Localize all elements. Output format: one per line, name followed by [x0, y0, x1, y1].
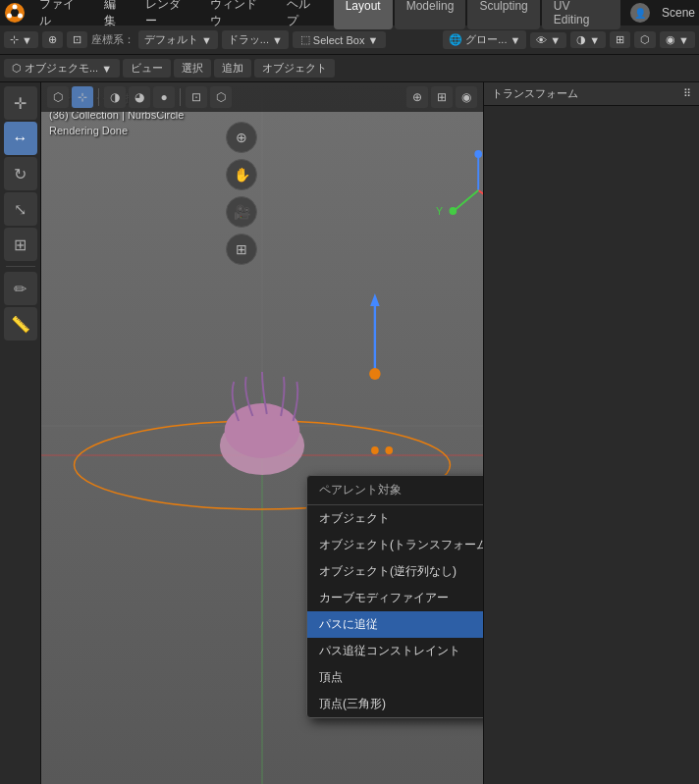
- cursor-tool-btn[interactable]: ✛: [4, 86, 37, 120]
- ctx-item-object-transform[interactable]: オブジェクト(トランスフォーム維持): [307, 532, 483, 558]
- viewport-prop-btn[interactable]: ◉: [456, 86, 477, 108]
- measure-tool-btn[interactable]: 📏: [4, 307, 37, 340]
- viewport-type-btn[interactable]: ⬡: [47, 86, 69, 108]
- context-menu: ペアレント対象 オブジェクト オブジェクト(トランスフォーム維持) オブジェクト…: [306, 475, 483, 718]
- menu-render[interactable]: レンダー: [137, 0, 200, 31]
- main-area: ✛ ↔ ↻ ⤡ ⊞ ✏ 📏 ⬡ ⊹ ◑ ◕ ● ⊡ ⬡ ⊕ ⊞ ◉: [0, 82, 699, 784]
- context-menu-title: ペアレント対象: [307, 476, 483, 505]
- transform-panel-title: トランスフォーム: [492, 86, 578, 101]
- viewport-mode-btn[interactable]: ⊹ ▼: [4, 31, 38, 48]
- ctx-item-curve-modifier[interactable]: カーブモディファイアー [Ctrl] P: [307, 585, 483, 611]
- viewport-gizmo-btn[interactable]: ⊕: [406, 86, 428, 108]
- panel-drag-handle[interactable]: ⠿: [683, 87, 691, 100]
- svg-point-23: [474, 150, 482, 158]
- svg-point-33: [369, 368, 380, 380]
- viewport[interactable]: ⬡ ⊹ ◑ ◕ ● ⊡ ⬡ ⊕ ⊞ ◉: [41, 82, 483, 784]
- tab-sculpting[interactable]: Sculpting: [467, 0, 539, 29]
- select-box-btn[interactable]: ⬚ Select Box ▼: [293, 31, 386, 48]
- tab-layout[interactable]: Layout: [334, 0, 393, 29]
- svg-point-1: [11, 9, 19, 17]
- svg-point-3: [18, 14, 23, 19]
- ctx-item-object-noinverse[interactable]: オブジェクト(逆行列なし): [307, 558, 483, 585]
- user-avatar: 👤: [630, 3, 650, 23]
- viewport-select-btn[interactable]: ⊹: [72, 86, 93, 108]
- move-tool-btn[interactable]: ↔: [4, 122, 37, 155]
- svg-point-29: [450, 207, 457, 215]
- left-toolbar: ✛ ↔ ↻ ⤡ ⊞ ✏ 📏: [0, 82, 41, 784]
- camera-gizmo-btn[interactable]: 🎥: [226, 196, 257, 228]
- tab-modeling[interactable]: Modeling: [395, 0, 466, 29]
- tab-uv-editing[interactable]: UV Editing: [542, 0, 620, 29]
- scene-label: Scene: [662, 6, 695, 20]
- pan-gizmo-btn[interactable]: ✋: [226, 159, 257, 190]
- xray-btn[interactable]: ⬡: [634, 31, 656, 48]
- ctx-item-path-constraint[interactable]: パス追従コンストレイント [Ctrl] P: [307, 638, 483, 664]
- proportional-btn[interactable]: ◉ ▼: [660, 31, 695, 48]
- visibility-btn[interactable]: 👁 ▼: [530, 32, 566, 48]
- menu-edit[interactable]: 編集: [96, 0, 135, 31]
- menu-file[interactable]: ファイル: [31, 0, 94, 31]
- ctx-item-vertex-triangle[interactable]: 頂点(三角形) [Ctrl] P: [307, 691, 483, 717]
- vp-separator-2: [180, 88, 181, 106]
- viewport-shading-mat[interactable]: ◕: [129, 86, 150, 108]
- object-mode-dropdown[interactable]: ⬡ オブジェクモ... ▼: [4, 59, 120, 78]
- mode-toolbar: ⬡ オブジェクモ... ▼ ビュー 選択 追加 オブジェクト: [0, 55, 699, 82]
- grid-gizmo-btn[interactable]: ⊞: [226, 234, 257, 265]
- menu-help[interactable]: ヘルプ: [279, 0, 330, 31]
- viewport-shading-solid[interactable]: ◑: [104, 86, 126, 108]
- right-panel-header: トランスフォーム ⠿: [484, 82, 699, 106]
- viewport-xray-btn[interactable]: ⬡: [210, 86, 232, 108]
- menu-window[interactable]: ウィンドウ: [202, 0, 277, 31]
- transform-tool-btn[interactable]: ⊞: [4, 228, 37, 261]
- coord-label: 座標系：: [91, 32, 134, 47]
- ctx-item-object[interactable]: オブジェクト: [307, 505, 483, 532]
- view-btn[interactable]: ビュー: [123, 59, 171, 78]
- tool-separator-1: [6, 266, 35, 267]
- select-btn[interactable]: 選択: [174, 59, 211, 78]
- add-btn[interactable]: 追加: [214, 59, 251, 78]
- workspace-tabs: Layout Modeling Sculpting UV Editing: [334, 0, 620, 29]
- object-btn[interactable]: オブジェクト: [254, 59, 335, 78]
- app-logo: [4, 2, 26, 24]
- shading-btn[interactable]: ◑ ▼: [570, 31, 606, 48]
- ctx-item-follow-path[interactable]: パスに追従 [Ctrl] P: [307, 611, 483, 638]
- svg-point-4: [7, 14, 12, 19]
- viewport-snap-btn[interactable]: ⊞: [431, 86, 453, 108]
- top-menu-bar: ファイル 編集 レンダー ウィンドウ ヘルプ Layout Modeling S…: [0, 0, 699, 26]
- ctx-item-vertex[interactable]: 頂点 [Ctrl] P: [307, 664, 483, 691]
- viewport-status: Rendering Done: [49, 123, 184, 139]
- right-panel: トランスフォーム ⠿: [483, 82, 699, 784]
- svg-point-13: [385, 446, 393, 454]
- rotate-tool-btn[interactable]: ↻: [4, 157, 37, 190]
- overlay-btn[interactable]: ⊞: [610, 31, 630, 48]
- zoom-gizmo-btn[interactable]: ⊕: [226, 122, 257, 153]
- annotate-tool-btn[interactable]: ✏: [4, 272, 37, 305]
- transform-pivot-btn[interactable]: ⊡: [67, 31, 87, 48]
- viewport-header: ⬡ ⊹ ◑ ◕ ● ⊡ ⬡ ⊕ ⊞ ◉: [41, 82, 483, 112]
- user-area: 👤 Scene: [630, 3, 695, 23]
- viewport-overlay-btn[interactable]: ⊡: [186, 86, 207, 108]
- svg-point-2: [13, 5, 18, 10]
- drag-dropdown[interactable]: ドラッ... ▼: [222, 30, 289, 49]
- scale-tool-btn[interactable]: ⤡: [4, 192, 37, 226]
- vp-separator-1: [98, 88, 99, 106]
- svg-text:Y: Y: [436, 205, 443, 217]
- global-dropdown[interactable]: 🌐 グロー... ▼: [443, 30, 526, 49]
- svg-point-21: [371, 446, 379, 454]
- viewport-shading-render[interactable]: ●: [153, 86, 175, 108]
- gizmo-buttons: ⊕ ✋ 🎥 ⊞: [226, 122, 257, 265]
- panel-content: [484, 106, 699, 784]
- coord-system-dropdown[interactable]: デフォルト ▼: [138, 30, 218, 49]
- snap-btn[interactable]: ⊕: [42, 31, 63, 48]
